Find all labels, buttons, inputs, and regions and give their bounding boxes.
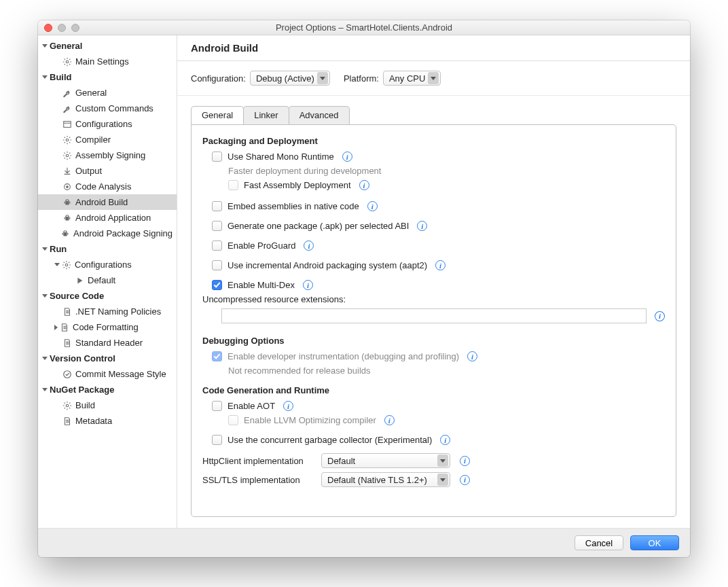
sidebar-item-standard-header[interactable]: Standard Header — [38, 335, 177, 351]
sidebar-item-assembly-signing[interactable]: Assembly Signing — [38, 147, 177, 163]
sidebar-item-metadata[interactable]: Metadata — [38, 413, 177, 429]
disclosure-down-icon[interactable] — [42, 75, 48, 79]
sidebar-item-android-application[interactable]: Android Application — [38, 210, 177, 226]
info-icon[interactable]: i — [435, 260, 445, 270]
disclosure-down-icon[interactable] — [42, 357, 48, 360]
sidebar-item-output[interactable]: Output — [38, 163, 177, 179]
tab-advanced[interactable]: Advanced — [289, 106, 350, 124]
checkbox-embed[interactable] — [212, 201, 222, 211]
checkbox-multidex[interactable] — [212, 280, 222, 290]
window-title: Project Options – SmartHotel.Clients.And… — [38, 22, 690, 33]
sidebar-item-code-analysis[interactable]: Code Analysis — [38, 179, 177, 194]
info-icon[interactable]: i — [655, 311, 665, 321]
sidebar-item-build[interactable]: Build — [38, 69, 177, 85]
sidebar-item-default[interactable]: Default — [38, 272, 177, 288]
checkbox-gc[interactable] — [212, 435, 222, 445]
checkbox-proguard[interactable] — [212, 241, 222, 251]
info-icon[interactable]: i — [359, 180, 369, 190]
sidebar-item-label: Android Build — [75, 197, 128, 207]
tab-linker[interactable]: Linker — [243, 106, 289, 124]
svg-point-18 — [65, 264, 68, 266]
zoom-window-button[interactable] — [71, 24, 79, 32]
disclosure-down-icon[interactable] — [54, 263, 60, 266]
sidebar-item--net-naming-policies[interactable]: .NET Naming Policies — [38, 304, 177, 319]
doc-icon — [62, 307, 72, 317]
checkbox-use-shared[interactable] — [212, 152, 222, 162]
output-icon — [62, 166, 72, 176]
info-icon[interactable]: i — [367, 201, 378, 211]
checkbox-fast-asm — [228, 180, 238, 190]
sidebar-item-version-control[interactable]: Version Control — [38, 351, 177, 366]
disclosure-down-icon[interactable] — [42, 294, 48, 298]
info-icon[interactable]: i — [384, 415, 395, 425]
ok-button[interactable]: OK — [630, 535, 679, 550]
section-debugging: Debugging Options — [202, 336, 665, 346]
sidebar[interactable]: GeneralMain SettingsBuildGeneralCustom C… — [38, 35, 177, 528]
gear-icon — [62, 135, 72, 145]
label-per-abi: Generate one package (.apk) per selected… — [228, 221, 409, 231]
sidebar-item-android-package-signing[interactable]: Android Package Signing — [38, 226, 177, 241]
checkbox-per-abi[interactable] — [212, 221, 222, 231]
sidebar-item-compiler[interactable]: Compiler — [38, 132, 177, 147]
chevron-down-icon — [428, 72, 439, 84]
config-toolbar: Configuration: Debug (Active) Platform: … — [177, 61, 690, 96]
info-icon[interactable]: i — [460, 475, 470, 485]
sidebar-item-android-build[interactable]: Android Build — [38, 194, 177, 210]
sidebar-item-main-settings[interactable]: Main Settings — [38, 54, 177, 69]
sidebar-item-label: Custom Commands — [75, 103, 153, 113]
disclosure-down-icon[interactable] — [42, 247, 48, 251]
disclosure-down-icon[interactable] — [42, 44, 48, 48]
sidebar-item-label: Build — [50, 72, 72, 82]
sidebar-item-configurations[interactable]: Configurations — [38, 257, 177, 272]
checkbox-aapt2[interactable] — [212, 260, 222, 270]
select-httpclient[interactable]: Default — [321, 453, 450, 468]
sidebar-item-label: Assembly Signing — [75, 150, 145, 160]
sidebar-item-run[interactable]: Run — [38, 241, 177, 257]
sidebar-item-code-formatting[interactable]: Code Formatting — [38, 319, 177, 335]
sidebar-item-label: Commit Message Style — [75, 369, 166, 379]
window-controls — [38, 24, 79, 32]
select-ssltls[interactable]: Default (Native TLS 1.2+) — [321, 472, 450, 487]
minimize-window-button[interactable] — [58, 24, 66, 32]
configuration-select[interactable]: Debug (Active) — [250, 71, 330, 86]
info-icon[interactable]: i — [417, 221, 427, 231]
sidebar-item-custom-commands[interactable]: Custom Commands — [38, 101, 177, 116]
sidebar-item-general[interactable]: General — [38, 85, 177, 101]
input-uncompressed[interactable] — [221, 308, 647, 323]
info-icon[interactable]: i — [467, 351, 477, 361]
label-aot: Enable AOT — [228, 401, 275, 411]
info-icon[interactable]: i — [304, 241, 314, 251]
platform-label: Platform: — [344, 73, 379, 84]
sidebar-item-build[interactable]: Build — [38, 397, 177, 413]
close-window-button[interactable] — [44, 24, 52, 32]
sidebar-item-general[interactable]: General — [38, 38, 177, 54]
info-icon[interactable]: i — [283, 401, 293, 411]
doc-icon — [62, 416, 72, 426]
svg-rect-9 — [69, 201, 70, 203]
checkbox-aot[interactable] — [212, 401, 222, 411]
row-fast-asm: Fast Assembly Deployment i — [228, 180, 665, 190]
label-multidex: Enable Multi-Dex — [228, 280, 295, 290]
info-icon[interactable]: i — [303, 280, 313, 290]
platform-select[interactable]: Any CPU — [383, 71, 441, 86]
sidebar-item-label: Metadata — [75, 416, 112, 426]
configuration-value: Debug (Active) — [256, 73, 314, 84]
info-icon[interactable]: i — [342, 152, 352, 162]
cancel-button[interactable]: Cancel — [575, 535, 623, 550]
hint-devinst: Not recommended for release builds — [228, 366, 665, 376]
sidebar-item-label: Output — [75, 166, 102, 176]
gear-icon — [62, 151, 72, 160]
info-icon[interactable]: i — [460, 456, 470, 466]
sidebar-item-commit-message-style[interactable]: Commit Message Style — [38, 366, 177, 382]
disclosure-right-icon[interactable] — [54, 325, 58, 330]
info-icon[interactable]: i — [440, 435, 450, 445]
value-httpclient: Default — [327, 456, 355, 466]
disclosure-down-icon[interactable] — [42, 388, 48, 391]
sidebar-item-configurations[interactable]: Configurations — [38, 116, 177, 132]
sidebar-item-nuget-package[interactable]: NuGet Package — [38, 382, 177, 397]
label-llvm: Enable LLVM Optimizing compiler — [244, 415, 376, 425]
tab-general[interactable]: General — [191, 106, 244, 124]
row-proguard: Enable ProGuard i — [212, 241, 665, 251]
config-icon — [62, 120, 72, 129]
sidebar-item-source-code[interactable]: Source Code — [38, 288, 177, 304]
